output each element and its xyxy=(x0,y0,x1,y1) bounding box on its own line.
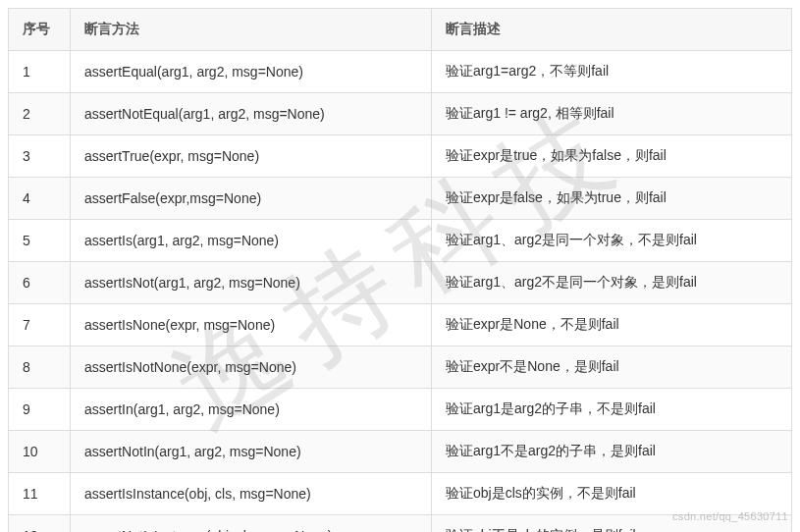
header-index: 序号 xyxy=(9,9,71,51)
cell-desc: 验证arg1、arg2不是同一个对象，是则fail xyxy=(432,262,792,304)
cell-index: 11 xyxy=(9,473,71,515)
cell-method: assertIsInstance(obj, cls, msg=None) xyxy=(71,473,432,515)
table-header-row: 序号 断言方法 断言描述 xyxy=(9,9,792,51)
cell-method: assertIsNotNone(expr, msg=None) xyxy=(71,346,432,389)
cell-desc: 验证expr是None，不是则fail xyxy=(432,304,792,346)
cell-desc: 验证arg1=arg2，不等则fail xyxy=(432,51,792,93)
cell-method: assertFalse(expr,msg=None) xyxy=(71,178,432,220)
cell-method: assertIn(arg1, arg2, msg=None) xyxy=(71,389,432,431)
cell-index: 6 xyxy=(9,262,71,304)
cell-index: 10 xyxy=(9,431,71,473)
table-row: 2assertNotEqual(arg1, arg2, msg=None)验证a… xyxy=(9,93,792,135)
table-row: 6assertIsNot(arg1, arg2, msg=None)验证arg1… xyxy=(9,262,792,304)
table-row: 10assertNotIn(arg1, arg2, msg=None)验证arg… xyxy=(9,431,792,473)
cell-desc: 验证expr不是None，是则fail xyxy=(432,346,792,389)
cell-desc: 验证arg1、arg2是同一个对象，不是则fail xyxy=(432,220,792,262)
table-row: 9assertIn(arg1, arg2, msg=None)验证arg1是ar… xyxy=(9,389,792,431)
cell-method: assertNotIn(arg1, arg2, msg=None) xyxy=(71,431,432,473)
cell-index: 12 xyxy=(9,515,71,533)
cell-desc: 验证arg1不是arg2的子串，是则fail xyxy=(432,431,792,473)
table-row: 7assertIsNone(expr, msg=None)验证expr是None… xyxy=(9,304,792,346)
cell-desc: 验证obj不是cls的实例，是则fail xyxy=(432,515,792,533)
cell-desc: 验证expr是false，如果为true，则fail xyxy=(432,178,792,220)
table-row: 1assertEqual(arg1, arg2, msg=None)验证arg1… xyxy=(9,51,792,93)
cell-index: 2 xyxy=(9,93,71,135)
cell-method: assertNotIsInstance(obj, cls, msg=None) xyxy=(71,515,432,533)
cell-desc: 验证arg1是arg2的子串，不是则fail xyxy=(432,389,792,431)
header-desc: 断言描述 xyxy=(432,9,792,51)
cell-desc: 验证obj是cls的实例，不是则fail xyxy=(432,473,792,515)
cell-index: 5 xyxy=(9,220,71,262)
cell-index: 9 xyxy=(9,389,71,431)
cell-method: assertIsNone(expr, msg=None) xyxy=(71,304,432,346)
header-method: 断言方法 xyxy=(71,9,432,51)
cell-index: 3 xyxy=(9,135,71,178)
cell-desc: 验证arg1 != arg2, 相等则fail xyxy=(432,93,792,135)
cell-desc: 验证expr是true，如果为false，则fail xyxy=(432,135,792,178)
cell-method: assertIs(arg1, arg2, msg=None) xyxy=(71,220,432,262)
cell-index: 1 xyxy=(9,51,71,93)
cell-method: assertEqual(arg1, arg2, msg=None) xyxy=(71,51,432,93)
assertion-table: 序号 断言方法 断言描述 1assertEqual(arg1, arg2, ms… xyxy=(8,8,792,532)
cell-index: 8 xyxy=(9,346,71,389)
table-row: 12assertNotIsInstance(obj, cls, msg=None… xyxy=(9,515,792,533)
table-row: 8assertIsNotNone(expr, msg=None)验证expr不是… xyxy=(9,346,792,389)
table-row: 11assertIsInstance(obj, cls, msg=None)验证… xyxy=(9,473,792,515)
table-row: 3assertTrue(expr, msg=None)验证expr是true，如… xyxy=(9,135,792,178)
table-row: 5assertIs(arg1, arg2, msg=None)验证arg1、ar… xyxy=(9,220,792,262)
cell-method: assertNotEqual(arg1, arg2, msg=None) xyxy=(71,93,432,135)
table-row: 4assertFalse(expr,msg=None)验证expr是false，… xyxy=(9,178,792,220)
cell-method: assertTrue(expr, msg=None) xyxy=(71,135,432,178)
cell-method: assertIsNot(arg1, arg2, msg=None) xyxy=(71,262,432,304)
cell-index: 4 xyxy=(9,178,71,220)
cell-index: 7 xyxy=(9,304,71,346)
